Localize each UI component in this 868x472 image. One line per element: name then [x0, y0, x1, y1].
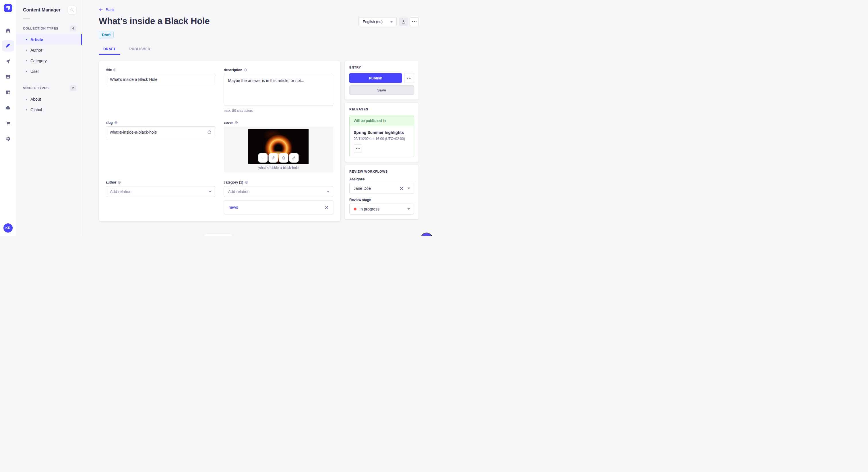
slug-input[interactable]	[105, 127, 215, 138]
edit-form-panel: title description Maybe the answer is in…	[99, 61, 340, 221]
sidebar-item-article[interactable]: Article	[16, 34, 82, 45]
language-select[interactable]: English (en)	[359, 17, 397, 26]
releases-panel: RELEASES Will be published in Spring Sum…	[345, 103, 418, 162]
search-icon	[70, 8, 74, 12]
globe-icon	[244, 68, 247, 72]
globe-icon	[113, 68, 117, 72]
field-category: category (1) Add relation news	[224, 180, 334, 214]
assignee-combobox[interactable]: Jane Doe	[349, 183, 414, 194]
back-link[interactable]: Back	[99, 7, 115, 12]
download-icon	[401, 20, 406, 24]
review-stage-label: Review stage	[349, 198, 414, 202]
collection-types-count: 4	[70, 26, 76, 31]
arrow-left-icon	[99, 7, 103, 12]
back-label: Back	[105, 7, 115, 12]
description-textarea[interactable]: Maybe the answer is in this article, or …	[224, 74, 334, 106]
single-types-count: 2	[70, 85, 76, 91]
entry-more-button[interactable]	[404, 73, 414, 83]
remove-relation-icon[interactable]	[325, 206, 329, 209]
sidebar-item-label: About	[30, 97, 41, 102]
bullet-dot	[26, 49, 27, 51]
nav-rail: KD	[0, 0, 16, 236]
link-icon	[271, 156, 276, 160]
stage-value: In progress	[360, 207, 379, 211]
rail-nav	[2, 25, 14, 144]
delete-media-button[interactable]	[279, 153, 288, 163]
sidebar-item-user[interactable]: User	[16, 66, 82, 76]
cover-actions	[258, 153, 299, 163]
globe-icon	[245, 181, 248, 184]
title-input[interactable]	[105, 74, 215, 85]
stage-status-dot	[353, 208, 356, 210]
ellipsis-icon	[412, 21, 416, 22]
relation-link[interactable]: news	[229, 205, 238, 210]
add-media-button[interactable]	[258, 153, 268, 163]
bullet-dot	[26, 109, 27, 110]
sidebar-item-about[interactable]: About	[16, 94, 82, 104]
page-title: What's inside a Black Hole	[99, 16, 210, 26]
section-label-single-types: SINGLE TYPES	[23, 86, 49, 90]
search-button[interactable]	[68, 6, 76, 14]
author-placeholder: Add relation	[110, 189, 131, 194]
review-stage-select[interactable]: In progress	[349, 204, 414, 214]
chevron-down-icon	[209, 191, 212, 193]
field-cover: cover	[224, 121, 334, 172]
ellipsis-icon	[356, 148, 360, 149]
version-tabs: DRAFT PUBLISHED	[99, 45, 418, 55]
content-manager-icon[interactable]	[2, 40, 14, 52]
clear-assignee-icon[interactable]	[400, 187, 403, 190]
release-status: Will be published in	[350, 115, 414, 126]
chevron-down-icon	[327, 191, 330, 193]
description-hint: max. 80 characters	[224, 109, 334, 113]
section-label-collection-types: COLLECTION TYPES	[23, 27, 58, 30]
settings-gear-icon[interactable]	[2, 133, 14, 144]
releases-panel-title: RELEASES	[349, 107, 414, 111]
plus-icon	[261, 156, 265, 160]
field-author-label: author	[105, 180, 116, 184]
category-relation-combobox[interactable]: Add relation	[224, 186, 334, 197]
media-library-icon[interactable]	[2, 71, 14, 82]
field-description: description Maybe the answer is in this …	[224, 68, 334, 113]
home-icon[interactable]	[2, 25, 14, 36]
bullet-dot	[26, 39, 27, 40]
sidebar-item-label: Author	[30, 48, 42, 53]
chevron-down-icon	[407, 208, 410, 210]
language-value: English (en)	[363, 20, 383, 24]
next-panel-peek	[204, 234, 232, 236]
release-more-button[interactable]	[353, 144, 362, 153]
strapi-logo[interactable]	[4, 4, 12, 12]
sidebar-item-category[interactable]: Category	[16, 55, 82, 66]
regenerate-slug-button[interactable]	[207, 130, 212, 135]
field-slug-label: slug	[105, 121, 113, 125]
export-button[interactable]	[399, 18, 408, 26]
assignee-label: Assignee	[349, 177, 414, 181]
cover-filename: what-s-inside-a-black-hole	[227, 166, 331, 170]
status-badge: Draft	[99, 31, 114, 38]
category-placeholder: Add relation	[228, 189, 250, 194]
relation-item-news: news	[224, 200, 334, 214]
chevron-down-icon	[390, 21, 393, 23]
trash-icon	[282, 156, 286, 160]
field-author: author Add relation	[105, 180, 215, 214]
globe-icon	[114, 121, 118, 125]
sidebar-item-global[interactable]: Global	[16, 104, 82, 115]
publish-button[interactable]: Publish	[349, 73, 402, 83]
content-type-builder-icon[interactable]	[2, 87, 14, 98]
edit-media-button[interactable]	[289, 153, 299, 163]
tab-draft[interactable]: DRAFT	[99, 45, 120, 55]
pencil-icon	[292, 156, 296, 160]
chevron-down-icon	[407, 188, 410, 189]
more-actions-button[interactable]	[410, 18, 418, 26]
copy-link-button[interactable]	[269, 153, 278, 163]
marketplace-cart-icon[interactable]	[2, 117, 14, 129]
side-panels: ENTRY Publish Save RELEASES Will be publ…	[345, 61, 418, 219]
deploy-cloud-icon[interactable]	[2, 102, 14, 113]
cover-media-card: what-s-inside-a-black-hole	[224, 127, 334, 172]
releases-icon[interactable]	[2, 56, 14, 67]
field-title: title	[105, 68, 215, 113]
tab-published[interactable]: PUBLISHED	[125, 45, 155, 55]
avatar[interactable]: KD	[3, 224, 12, 233]
author-relation-combobox[interactable]: Add relation	[105, 186, 215, 197]
sidebar-item-author[interactable]: Author	[16, 45, 82, 55]
save-button[interactable]: Save	[349, 85, 414, 95]
